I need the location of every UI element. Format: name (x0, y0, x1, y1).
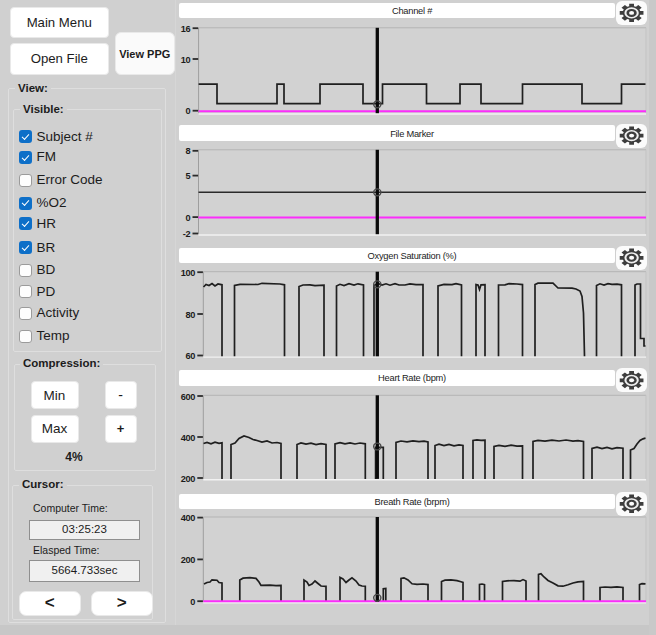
svg-text:5: 5 (185, 171, 190, 181)
svg-text:10: 10 (181, 55, 191, 65)
svg-text:600: 600 (181, 392, 196, 402)
svg-text:8: 8 (185, 146, 190, 156)
svg-text:200: 200 (181, 555, 196, 565)
svg-text:0: 0 (190, 597, 195, 607)
svg-text:16: 16 (181, 24, 191, 34)
svg-text:0: 0 (186, 106, 191, 116)
svg-text:60: 60 (185, 351, 195, 361)
svg-text:0: 0 (185, 213, 190, 223)
svg-text:80: 80 (185, 310, 195, 320)
svg-text:100: 100 (181, 268, 196, 278)
svg-text:-2: -2 (183, 229, 191, 239)
svg-text:400: 400 (181, 433, 196, 443)
svg-text:200: 200 (181, 474, 196, 484)
svg-text:400: 400 (181, 513, 196, 523)
